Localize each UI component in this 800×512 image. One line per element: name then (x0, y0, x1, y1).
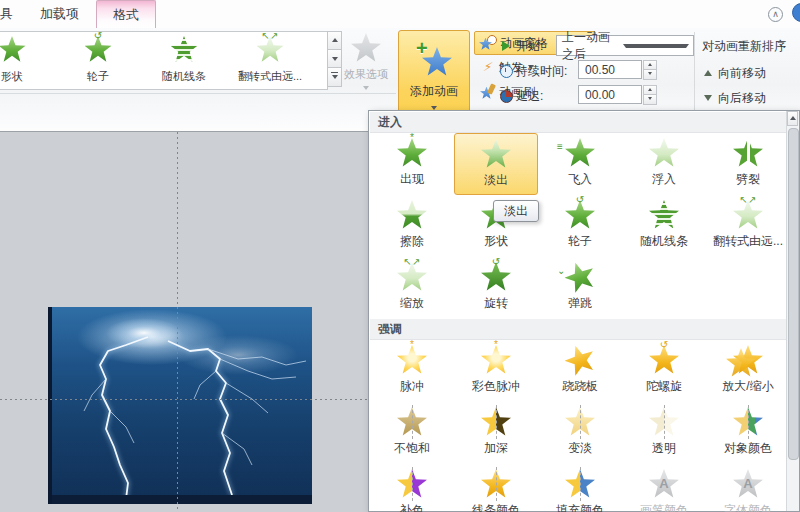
ribbon-tab-row: 具 加载项 格式 ∧ (0, 0, 800, 28)
popup-section-header: 进入 (370, 112, 790, 133)
spin-down-icon[interactable] (643, 94, 657, 105)
effect-label: 翻转式由远... (706, 233, 790, 250)
clock-icon (498, 65, 514, 78)
effect-label: 随机线条 (622, 233, 706, 250)
effect-options-label: 效果选项 (340, 67, 392, 82)
effect-options-star-icon (351, 33, 381, 63)
effect-label: 对象颜色 (706, 440, 790, 457)
scroll-up-icon[interactable] (787, 111, 798, 126)
ribbon-gallery-effect-item[interactable]: 随机线条 (141, 32, 227, 87)
effect-label: 放大/缩小 (706, 378, 790, 395)
effect-label: 形状 (0, 69, 55, 84)
animation-effect-item[interactable]: 劈裂 (706, 133, 790, 195)
animation-effect-item[interactable]: 浮入 (622, 133, 706, 195)
animation-effect-item[interactable]: 淡出 (454, 133, 538, 195)
effect-label: 填充颜色 (538, 502, 622, 512)
effect-label: 浮入 (622, 171, 706, 188)
animation-effect-item[interactable]: 补色 (370, 464, 454, 512)
plus-icon: + (416, 37, 428, 60)
effect-star-icon: * (397, 138, 427, 168)
effect-options-button: 效果选项 (340, 31, 392, 115)
animation-effects-grid: 进入*出现淡出≡飞入浮入劈裂擦除形状↺轮子随机线条↖↗翻转式由远...↖↗缩放↺… (370, 112, 788, 512)
tab-format-active[interactable]: 格式 (96, 0, 156, 29)
effect-label: 随机线条 (141, 69, 227, 84)
effect-star-icon (565, 407, 595, 437)
effect-star-icon (0, 36, 26, 63)
tab-addins[interactable]: 加载项 (26, 0, 93, 28)
effect-label: 脉冲 (370, 378, 454, 395)
ribbon-gallery-effect-item[interactable]: ↖↗翻转式由远... (227, 32, 313, 87)
animation-effect-item[interactable]: 加深 (454, 402, 538, 464)
animation-effect-item[interactable]: ↖↗缩放 (370, 257, 454, 319)
move-earlier-button[interactable]: 向前移动 (702, 64, 766, 82)
duration-input[interactable]: 00.50 (578, 60, 642, 79)
effect-label: 淡出 (455, 172, 537, 189)
animation-effect-item[interactable]: 跷跷板 (538, 340, 622, 402)
move-later-button[interactable]: 向后移动 (702, 89, 766, 107)
add-animation-dropdown: 进入*出现淡出≡飞入浮入劈裂擦除形状↺轮子随机线条↖↗翻转式由远...↖↗缩放↺… (368, 110, 800, 512)
slide-image-lightning[interactable] (48, 307, 312, 504)
animation-effect-item[interactable]: ↺陀螺旋 (622, 340, 706, 402)
ribbon-gallery-effect-item[interactable]: 形状 (0, 32, 55, 87)
tab-tools-partial[interactable]: 具 (0, 0, 19, 28)
animation-effect-item[interactable]: 对象颜色 (706, 402, 790, 464)
animation-effect-item[interactable]: ≡飞入 (538, 133, 622, 195)
animation-effect-item[interactable]: *出现 (370, 133, 454, 195)
vertical-guide (177, 132, 178, 512)
scrollbar-thumb[interactable] (788, 128, 799, 460)
effect-star-icon: A (733, 469, 763, 499)
effect-star-icon (565, 469, 595, 499)
minimize-ribbon-icon[interactable]: ∧ (768, 7, 783, 22)
animation-effect-item[interactable]: ↖↗翻转式由远... (706, 195, 790, 257)
effect-star-icon: ↺ (649, 345, 679, 375)
animation-effect-item[interactable]: ↺轮子 (538, 195, 622, 257)
effect-star-icon (171, 36, 198, 63)
spin-down-icon[interactable] (643, 69, 657, 80)
popup-scrollbar[interactable] (786, 111, 799, 511)
start-value: 上一动画之后 (557, 29, 618, 63)
help-icon[interactable] (792, 3, 800, 22)
ribbon-divider (0, 93, 396, 94)
effect-label: 旋转 (454, 295, 538, 312)
add-animation-icon: + (414, 37, 454, 81)
effect-star-icon (733, 407, 763, 437)
effect-star-icon: ↺ (481, 262, 511, 292)
animation-effect-item[interactable]: *彩色脉冲 (454, 340, 538, 402)
effect-label: 劈裂 (706, 171, 790, 188)
animation-effect-item[interactable]: 不饱和 (370, 402, 454, 464)
animation-effect-item[interactable]: ↺旋转 (454, 257, 538, 319)
chevron-down-icon (363, 86, 369, 90)
animation-effect-item[interactable]: ⌄弹跳 (538, 257, 622, 319)
group-separator (694, 32, 695, 112)
start-dropdown[interactable]: 上一动画之后 (556, 35, 694, 56)
effect-label: 陀螺旋 (622, 378, 706, 395)
duration-spinner (643, 60, 656, 79)
animation-effect-item[interactable]: *脉冲 (370, 340, 454, 402)
animation-effect-item[interactable]: 变淡 (538, 402, 622, 464)
delay-input[interactable]: 00.00 (578, 85, 642, 104)
animation-effect-item[interactable]: 透明 (622, 402, 706, 464)
effect-label: 弹跳 (538, 295, 622, 312)
move-earlier-label: 向前移动 (718, 65, 766, 82)
effect-star-icon: ↖↗ (397, 262, 427, 292)
animation-effect-item[interactable]: 线条颜色 (454, 464, 538, 512)
effect-star-icon (649, 200, 679, 230)
delay-label: 延迟: (516, 88, 543, 105)
animation-effect-item[interactable]: 放大/缩小 (706, 340, 790, 402)
animation-effect-item[interactable]: 填充颜色 (538, 464, 622, 512)
effect-label: 轮子 (55, 69, 141, 84)
add-animation-label: 添加动画 (399, 83, 469, 100)
animation-effect-item[interactable]: 随机线条 (622, 195, 706, 257)
effect-label: 飞入 (538, 171, 622, 188)
effect-star-icon: * (481, 345, 511, 375)
effect-star-icon: * (397, 345, 427, 375)
effect-star-icon (649, 407, 679, 437)
ribbon-gallery-effect-item[interactable]: ↺轮子 (55, 32, 141, 87)
animation-effect-item[interactable]: 擦除 (370, 195, 454, 257)
gallery-scrollbar (327, 31, 341, 88)
effect-label: 画笔颜色 (622, 502, 706, 512)
start-row: 开始: (498, 36, 547, 56)
start-label: 开始: (516, 38, 543, 55)
effect-label: 透明 (622, 440, 706, 457)
effect-star-icon (649, 138, 679, 168)
